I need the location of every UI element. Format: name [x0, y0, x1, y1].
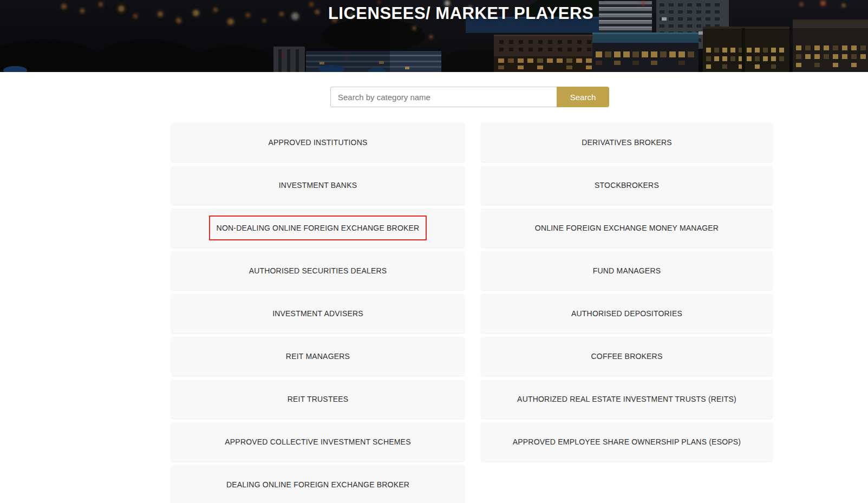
- category-card-authorised-securities-dealers[interactable]: AUTHORISED SECURITIES DEALERS: [171, 251, 465, 290]
- search-button[interactable]: Search: [557, 87, 609, 107]
- category-card-approved-esops[interactable]: APPROVED EMPLOYEE SHARE OWNERSHIP PLANS …: [481, 422, 773, 461]
- category-column-left: APPROVED INSTITUTIONS INVESTMENT BANKS N…: [171, 123, 465, 503]
- category-card-approved-collective-investment-schemes[interactable]: APPROVED COLLECTIVE INVESTMENT SCHEMES: [171, 422, 465, 461]
- category-card-dealing-online-foreign-exchange-broker[interactable]: DEALING ONLINE FOREIGN EXCHANGE BROKER: [171, 465, 465, 503]
- search-input[interactable]: [330, 87, 557, 107]
- banner: LICENSEES/ MARKET PLAYERS: [0, 0, 868, 72]
- category-card-derivatives-brokers[interactable]: DERIVATIVES BROKERS: [481, 123, 773, 162]
- category-column-right: DERIVATIVES BROKERS STOCKBROKERS ONLINE …: [481, 123, 773, 503]
- category-card-reit-managers[interactable]: REIT MANAGERS: [171, 337, 465, 376]
- category-label: DERIVATIVES BROKERS: [576, 137, 677, 148]
- category-label: AUTHORIZED REAL ESTATE INVESTMENT TRUSTS…: [512, 394, 742, 404]
- category-card-non-dealing-online-foreign-exchange-broker[interactable]: NON-DEALING ONLINE FOREIGN EXCHANGE BROK…: [171, 208, 465, 247]
- category-grid: APPROVED INSTITUTIONS INVESTMENT BANKS N…: [171, 123, 773, 503]
- category-label: REIT MANAGERS: [280, 351, 355, 362]
- category-card-investment-banks[interactable]: INVESTMENT BANKS: [171, 166, 465, 205]
- category-card-stockbrokers[interactable]: STOCKBROKERS: [481, 166, 773, 205]
- highlight-box: NON-DEALING ONLINE FOREIGN EXCHANGE BROK…: [209, 215, 427, 240]
- category-card-investment-advisers[interactable]: INVESTMENT ADVISERS: [171, 294, 465, 333]
- page: LICENSEES/ MARKET PLAYERS Search APPROVE…: [0, 0, 868, 503]
- category-card-authorised-depositories[interactable]: AUTHORISED DEPOSITORIES: [481, 294, 773, 333]
- category-label: DEALING ONLINE FOREIGN EXCHANGE BROKER: [221, 479, 415, 490]
- category-label: ONLINE FOREIGN EXCHANGE MONEY MANAGER: [530, 223, 724, 233]
- category-label: REIT TRUSTEES: [282, 394, 354, 404]
- category-label: COFFEE BROKERS: [586, 351, 668, 362]
- category-card-authorized-reits[interactable]: AUTHORIZED REAL ESTATE INVESTMENT TRUSTS…: [481, 380, 773, 419]
- category-label: APPROVED COLLECTIVE INVESTMENT SCHEMES: [219, 436, 416, 447]
- page-title: LICENSEES/ MARKET PLAYERS: [54, 4, 868, 23]
- category-label: APPROVED EMPLOYEE SHARE OWNERSHIP PLANS …: [507, 436, 746, 447]
- category-label: INVESTMENT ADVISERS: [267, 308, 369, 319]
- category-card-online-foreign-exchange-money-manager[interactable]: ONLINE FOREIGN EXCHANGE MONEY MANAGER: [481, 208, 773, 247]
- category-card-reit-trustees[interactable]: REIT TRUSTEES: [171, 380, 465, 419]
- category-card-approved-institutions[interactable]: APPROVED INSTITUTIONS: [171, 123, 465, 162]
- category-label: STOCKBROKERS: [589, 180, 664, 191]
- search-bar: Search: [330, 87, 609, 107]
- category-label: AUTHORISED SECURITIES DEALERS: [244, 265, 393, 276]
- category-label: AUTHORISED DEPOSITORIES: [566, 308, 688, 319]
- category-label: INVESTMENT BANKS: [273, 180, 363, 191]
- category-label: APPROVED INSTITUTIONS: [263, 137, 373, 148]
- category-card-coffee-brokers[interactable]: COFFEE BROKERS: [481, 337, 773, 376]
- category-card-fund-managers[interactable]: FUND MANAGERS: [481, 251, 773, 290]
- category-label: FUND MANAGERS: [588, 265, 667, 276]
